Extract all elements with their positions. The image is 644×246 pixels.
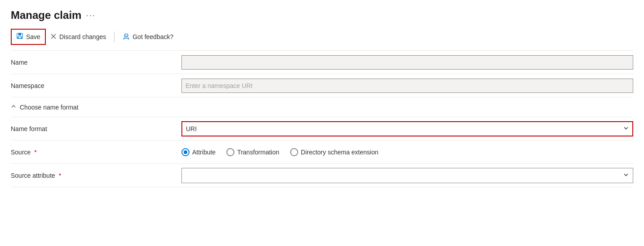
source-transformation-option[interactable]: Transformation [226, 148, 279, 156]
page-container: Manage claim ··· Save Discar [0, 0, 644, 196]
toolbar: Save Discard changes [11, 29, 633, 51]
source-attribute-row: Source attribute * [11, 164, 633, 187]
namespace-row: Namespace [11, 74, 633, 97]
svg-rect-3 [19, 37, 21, 38]
transformation-radio-label: Transformation [237, 149, 279, 156]
name-row: Name [11, 51, 633, 74]
toolbar-divider [114, 31, 115, 42]
svg-point-6 [124, 34, 128, 37]
save-icon [16, 32, 23, 41]
name-format-section-label: Choose name format [20, 104, 79, 111]
svg-point-8 [127, 35, 128, 35]
source-row: Source * Attribute Transformation Direct… [11, 141, 633, 164]
name-format-label: Name format [11, 125, 181, 132]
source-attribute-label: Source attribute * [11, 172, 181, 179]
source-attribute-option[interactable]: Attribute [181, 148, 216, 156]
source-required-marker: * [32, 149, 36, 156]
directory-radio-circle [290, 148, 298, 156]
namespace-input[interactable] [181, 79, 633, 93]
transformation-radio-circle [226, 148, 234, 156]
source-attribute-control [181, 168, 633, 183]
feedback-icon [123, 33, 130, 41]
svg-rect-1 [18, 33, 21, 35]
directory-radio-label: Directory schema extension [301, 149, 379, 156]
discard-label: Discard changes [59, 33, 106, 40]
source-attribute-select-wrapper [181, 168, 633, 183]
source-directory-option[interactable]: Directory schema extension [290, 148, 379, 156]
namespace-label: Namespace [11, 82, 181, 89]
source-attribute-select[interactable] [181, 168, 633, 183]
name-format-select[interactable]: URI Unspecified emailAddress [181, 121, 633, 136]
name-format-control: URI Unspecified emailAddress [181, 121, 633, 136]
feedback-button[interactable]: Got feedback? [118, 30, 178, 44]
x-icon [50, 33, 57, 41]
namespace-control [181, 79, 633, 93]
form-section: Name Namespace Choose name format [11, 51, 633, 187]
page-title-ellipsis: ··· [86, 11, 95, 20]
source-control: Attribute Transformation Directory schem… [181, 148, 633, 156]
name-format-select-wrapper: URI Unspecified emailAddress [181, 121, 633, 136]
attribute-radio-circle [181, 148, 190, 156]
name-format-section-header: Choose name format [11, 97, 633, 117]
page-title-row: Manage claim ··· [11, 9, 633, 22]
save-label: Save [26, 33, 40, 40]
page-title: Manage claim [11, 9, 81, 22]
name-input[interactable] [181, 55, 633, 70]
name-format-row: Name format URI Unspecified emailAddress [11, 117, 633, 141]
source-label: Source * [11, 149, 181, 156]
discard-changes-button[interactable]: Discard changes [46, 31, 110, 44]
name-control [181, 55, 633, 70]
chevron-up-icon [11, 104, 16, 110]
feedback-label: Got feedback? [132, 33, 173, 40]
source-attribute-required-marker: * [57, 172, 61, 179]
save-button[interactable]: Save [11, 29, 46, 45]
attribute-radio-label: Attribute [192, 149, 216, 156]
name-label: Name [11, 59, 181, 66]
svg-point-7 [125, 35, 126, 35]
source-radio-group: Attribute Transformation Directory schem… [181, 148, 633, 156]
name-format-toggle[interactable]: Choose name format [11, 104, 79, 111]
